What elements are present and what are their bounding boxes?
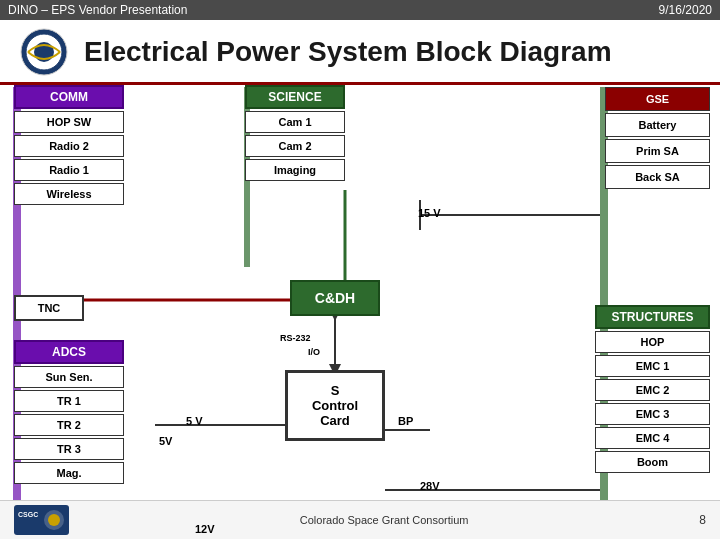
structures-emc4: EMC 4: [595, 427, 710, 449]
scc-label: SControlCard: [312, 383, 358, 428]
adcs-group: ADCS Sun Sen. TR 1 TR 2 TR 3 Mag.: [14, 340, 124, 484]
science-cam1: Cam 1: [245, 111, 345, 133]
label-28v: 28V: [420, 480, 440, 492]
science-group: SCIENCE Cam 1 Cam 2 Imaging: [245, 85, 345, 181]
structures-emc2: EMC 2: [595, 379, 710, 401]
comm-group: COMM HOP SW Radio 2 Radio 1 Wireless: [14, 85, 124, 205]
comm-wireless: Wireless: [14, 183, 124, 205]
footer-consortium: Colorado Space Grant Consortium: [300, 514, 469, 526]
back-sa-block: Back SA: [605, 165, 710, 189]
scc-block: SControlCard: [285, 370, 385, 441]
tnc-block: TNC: [14, 295, 84, 321]
rs232-label: RS-232: [280, 333, 311, 343]
structures-group: STRUCTURES HOP EMC 1 EMC 2 EMC 3 EMC 4 B…: [595, 305, 710, 473]
svg-point-21: [48, 514, 60, 526]
svg-text:CSGC: CSGC: [18, 511, 38, 518]
label-15v: 15 V: [418, 207, 441, 219]
gse-block: GSE: [605, 87, 710, 111]
adcs-mag: Mag.: [14, 462, 124, 484]
adcs-tr1: TR 1: [14, 390, 124, 412]
adcs-tr2: TR 2: [14, 414, 124, 436]
science-imaging: Imaging: [245, 159, 345, 181]
battery-block: Battery: [605, 113, 710, 137]
science-cam2: Cam 2: [245, 135, 345, 157]
csgc-logo: CSGC: [14, 505, 69, 535]
page-title: Electrical Power System Block Diagram: [84, 36, 612, 68]
comm-radio2: Radio 2: [14, 135, 124, 157]
comm-hop-sw: HOP SW: [14, 111, 124, 133]
structures-emc3: EMC 3: [595, 403, 710, 425]
label-5v-1: 5 V: [186, 415, 203, 427]
logo-icon: [20, 28, 68, 76]
label-12v: 12V: [195, 523, 215, 535]
cdh-block: C&DH: [290, 280, 380, 316]
prim-sa-block: Prim SA: [605, 139, 710, 163]
footer: CSGC Colorado Space Grant Consortium 8: [0, 500, 720, 539]
label-5v-2: 5V: [159, 435, 172, 447]
structures-hop: HOP: [595, 331, 710, 353]
structures-emc1: EMC 1: [595, 355, 710, 377]
right-group: GSE Battery Prim SA Back SA: [605, 85, 710, 189]
structures-header: STRUCTURES: [595, 305, 710, 329]
label-bp: BP: [398, 415, 413, 427]
header-date: 9/16/2020: [659, 3, 712, 17]
footer-page: 8: [699, 513, 706, 527]
adcs-header: ADCS: [14, 340, 124, 364]
comm-header: COMM: [14, 85, 124, 109]
structures-boom: Boom: [595, 451, 710, 473]
header-title: DINO – EPS Vendor Presentation: [8, 3, 187, 17]
adcs-sunsen: Sun Sen.: [14, 366, 124, 388]
io-label: I/O: [308, 347, 320, 357]
comm-radio1: Radio 1: [14, 159, 124, 181]
science-header: SCIENCE: [245, 85, 345, 109]
adcs-tr3: TR 3: [14, 438, 124, 460]
